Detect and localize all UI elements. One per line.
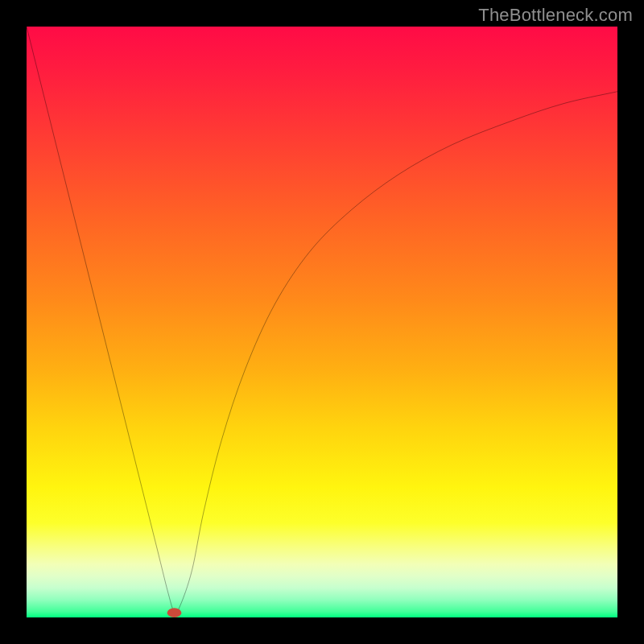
plot-area bbox=[27, 27, 617, 617]
watermark-text: TheBottleneck.com bbox=[478, 5, 633, 26]
chart-frame: TheBottleneck.com bbox=[0, 0, 644, 644]
